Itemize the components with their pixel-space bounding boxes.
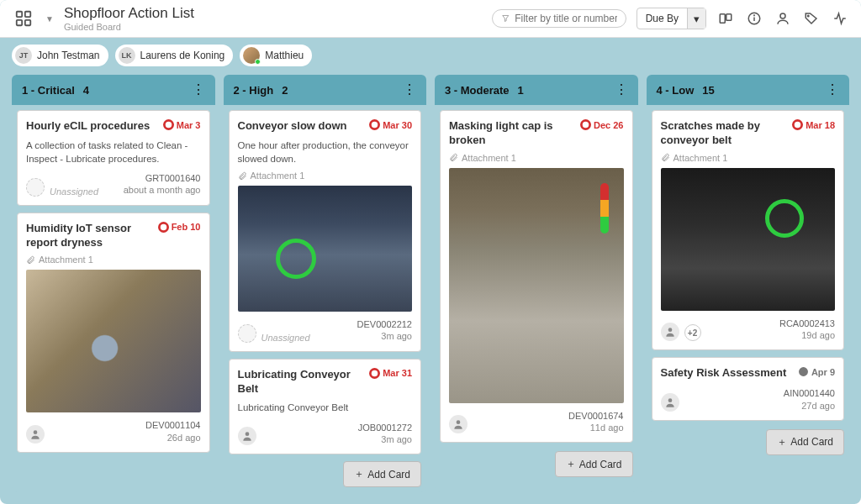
column-cards: Scratches made by conveyor beltMar 18Att… xyxy=(647,105,850,426)
user-icon[interactable] xyxy=(774,9,792,28)
card-title: Scratches made by conveyor belt xyxy=(661,119,788,148)
assignee-avatar xyxy=(661,393,679,412)
column-menu-icon[interactable]: ⋮ xyxy=(826,83,839,97)
card-description: One hour after production, the conveyor … xyxy=(238,139,413,165)
card-description: A collection of tasks related to Clean -… xyxy=(26,139,201,165)
user-chip-name: Laurens de Koning xyxy=(140,50,225,61)
cards-view-icon[interactable] xyxy=(716,9,735,28)
column-menu-icon[interactable]: ⋮ xyxy=(192,83,205,97)
column-title: 4 - Low xyxy=(657,84,695,97)
card-image xyxy=(26,270,201,412)
card-title: Safety Risk Assessment xyxy=(661,366,793,381)
user-chip[interactable]: LK Laurens de Koning xyxy=(115,45,234,66)
tag-icon[interactable] xyxy=(802,9,821,28)
clock-icon xyxy=(158,222,169,233)
page-subtitle: Guided Board xyxy=(64,22,194,32)
due-by-label: Due By xyxy=(637,13,687,24)
filter-input-wrapper[interactable] xyxy=(492,9,626,28)
avatar: JT xyxy=(15,47,32,64)
title-area: Shopfloor Action List Guided Board xyxy=(64,5,194,32)
svg-point-10 xyxy=(808,15,810,17)
page-title: Shopfloor Action List xyxy=(64,5,194,22)
card-meta: RCA000241319d ago xyxy=(779,318,835,342)
svg-rect-1 xyxy=(25,12,30,17)
svg-rect-5 xyxy=(726,14,732,21)
card-image xyxy=(238,186,413,312)
board-column: 2 - High 2 ⋮ Conveyor slow downMar 30One… xyxy=(224,75,427,492)
dropdown-caret-icon[interactable]: ▼ xyxy=(45,14,54,24)
card[interactable]: Lubricating Conveyor BeltMar 31Lubricati… xyxy=(229,359,422,454)
card-meta: DEV00022123m ago xyxy=(357,318,412,343)
card[interactable]: Safety Risk AssessmentApr 9AIN000144027d… xyxy=(652,357,845,420)
user-chip[interactable]: JT John Testman xyxy=(12,45,108,66)
column-menu-icon[interactable]: ⋮ xyxy=(615,83,628,97)
svg-point-8 xyxy=(754,15,755,16)
due-badge: Dec 26 xyxy=(580,119,623,130)
card-meta: JOB00012723m ago xyxy=(358,422,412,446)
add-card-button[interactable]: ＋Add Card xyxy=(766,429,844,455)
assignee-avatar xyxy=(449,415,467,433)
user-chip[interactable]: Matthieu xyxy=(240,45,312,66)
user-chip-name: Matthieu xyxy=(265,50,304,61)
column-count: 4 xyxy=(83,84,89,97)
svg-rect-3 xyxy=(25,20,30,25)
user-chip-name: John Testman xyxy=(37,50,100,61)
clock-icon xyxy=(580,119,591,130)
column-count: 2 xyxy=(282,84,288,97)
card[interactable]: Hourly eCIL proceduresMar 3A collection … xyxy=(17,110,210,206)
kanban-board: 1 - Critical 4 ⋮ Hourly eCIL proceduresM… xyxy=(0,75,861,504)
card-footer: AIN000144027d ago xyxy=(661,387,836,412)
svg-point-9 xyxy=(780,13,785,18)
card-title: Masking light cap is broken xyxy=(449,119,575,148)
add-card-button[interactable]: ＋Add Card xyxy=(555,451,633,477)
column-cards: Hourly eCIL proceduresMar 3A collection … xyxy=(12,105,215,458)
column-menu-icon[interactable]: ⋮ xyxy=(403,83,416,97)
clock-icon xyxy=(163,119,174,130)
column-count: 1 xyxy=(518,84,524,97)
unassigned-avatar xyxy=(26,178,45,197)
card[interactable]: Humidity IoT sensor report drynessFeb 10… xyxy=(17,213,210,453)
filter-icon xyxy=(501,13,510,24)
assignee-avatar xyxy=(26,425,45,444)
attachment-indicator: Attachment 1 xyxy=(449,153,624,163)
card-image xyxy=(661,168,836,311)
card[interactable]: Masking light cap is brokenDec 26Attachm… xyxy=(440,110,633,443)
app-switcher-icon[interactable] xyxy=(12,7,35,30)
attachment-indicator: Attachment 1 xyxy=(661,153,836,163)
activity-icon[interactable] xyxy=(831,9,849,28)
info-icon[interactable] xyxy=(745,9,763,28)
due-badge: Feb 10 xyxy=(158,222,201,233)
chevron-down-icon: ▾ xyxy=(687,8,705,29)
card-title: Lubricating Conveyor Belt xyxy=(238,368,365,396)
card-meta: DEV000167411d ago xyxy=(568,410,623,434)
card-title: Conveyor slow down xyxy=(238,119,365,134)
clock-icon xyxy=(798,366,809,377)
svg-rect-2 xyxy=(17,20,22,25)
svg-point-16 xyxy=(245,432,249,436)
topbar: ▼ Shopfloor Action List Guided Board Due… xyxy=(0,0,861,38)
plus-icon: ＋ xyxy=(354,467,364,481)
card[interactable]: Scratches made by conveyor beltMar 18Att… xyxy=(652,110,845,350)
avatar xyxy=(243,47,260,64)
more-assignees: +2 xyxy=(684,324,701,341)
add-card-button[interactable]: ＋Add Card xyxy=(343,461,421,487)
avatar: LK xyxy=(119,47,135,64)
filter-input[interactable] xyxy=(515,13,616,24)
assignee-avatar xyxy=(661,323,679,341)
column-header: 3 - Moderate 1 ⋮ xyxy=(435,75,638,105)
column-title: 3 - Moderate xyxy=(445,84,510,97)
card-footer: UnassignedGRT0001640about a month ago xyxy=(26,172,201,197)
due-by-select[interactable]: Due By ▾ xyxy=(637,8,706,29)
svg-point-22 xyxy=(668,398,672,402)
clock-icon xyxy=(369,119,380,130)
board-column: 4 - Low 15 ⋮ Scratches made by conveyor … xyxy=(647,75,850,492)
unassigned-label: Unassigned xyxy=(261,333,310,343)
card[interactable]: Conveyor slow downMar 30One hour after p… xyxy=(229,110,422,352)
due-badge: Mar 3 xyxy=(163,119,201,130)
plus-icon: ＋ xyxy=(777,435,787,449)
column-header: 1 - Critical 4 ⋮ xyxy=(12,75,215,105)
svg-rect-4 xyxy=(720,14,725,24)
card-footer: +2RCA000241319d ago xyxy=(661,318,836,342)
due-badge: Mar 18 xyxy=(792,119,835,130)
card-footer: UnassignedDEV00022123m ago xyxy=(238,318,413,343)
